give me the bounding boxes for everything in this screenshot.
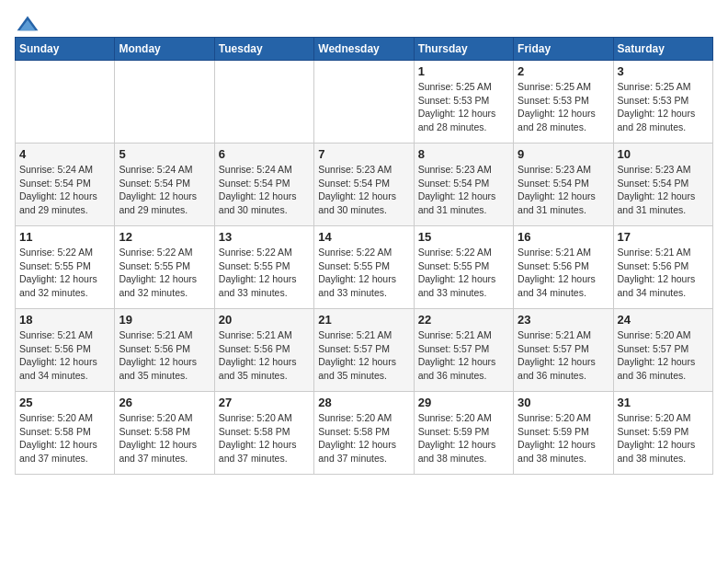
day-number: 19 — [119, 313, 210, 327]
calendar-cell — [314, 61, 414, 144]
calendar-cell: 27Sunrise: 5:20 AM Sunset: 5:58 PM Dayli… — [214, 392, 313, 475]
day-number: 5 — [119, 147, 210, 161]
day-info: Sunrise: 5:24 AM Sunset: 5:54 PM Dayligh… — [19, 163, 110, 217]
day-info: Sunrise: 5:22 AM Sunset: 5:55 PM Dayligh… — [418, 246, 509, 300]
day-header-tuesday: Tuesday — [214, 38, 313, 61]
calendar-week-row: 11Sunrise: 5:22 AM Sunset: 5:55 PM Dayli… — [16, 226, 713, 309]
day-info: Sunrise: 5:23 AM Sunset: 5:54 PM Dayligh… — [618, 163, 709, 217]
day-info: Sunrise: 5:25 AM Sunset: 5:53 PM Dayligh… — [618, 80, 709, 134]
day-info: Sunrise: 5:24 AM Sunset: 5:54 PM Dayligh… — [219, 163, 310, 217]
page-header — [15, 15, 713, 33]
calendar-cell: 16Sunrise: 5:21 AM Sunset: 5:56 PM Dayli… — [514, 226, 613, 309]
day-number: 17 — [618, 230, 709, 244]
day-number: 14 — [318, 230, 409, 244]
calendar-cell: 3Sunrise: 5:25 AM Sunset: 5:53 PM Daylig… — [613, 61, 712, 144]
calendar-table: SundayMondayTuesdayWednesdayThursdayFrid… — [15, 37, 713, 475]
day-info: Sunrise: 5:20 AM Sunset: 5:57 PM Dayligh… — [618, 328, 709, 383]
day-info: Sunrise: 5:21 AM Sunset: 5:57 PM Dayligh… — [418, 328, 509, 383]
day-info: Sunrise: 5:20 AM Sunset: 5:58 PM Dayligh… — [318, 411, 409, 465]
day-info: Sunrise: 5:20 AM Sunset: 5:58 PM Dayligh… — [19, 411, 110, 465]
day-number: 22 — [418, 313, 509, 327]
day-number: 25 — [19, 396, 110, 409]
calendar-cell: 9Sunrise: 5:23 AM Sunset: 5:54 PM Daylig… — [514, 144, 613, 226]
day-info: Sunrise: 5:21 AM Sunset: 5:56 PM Dayligh… — [19, 328, 110, 383]
day-info: Sunrise: 5:22 AM Sunset: 5:55 PM Dayligh… — [19, 246, 110, 300]
day-info: Sunrise: 5:21 AM Sunset: 5:56 PM Dayligh… — [518, 246, 609, 300]
day-number: 9 — [518, 147, 609, 161]
calendar-cell: 2Sunrise: 5:25 AM Sunset: 5:53 PM Daylig… — [514, 61, 613, 144]
calendar-cell: 6Sunrise: 5:24 AM Sunset: 5:54 PM Daylig… — [214, 144, 313, 226]
day-header-friday: Friday — [514, 38, 613, 61]
day-number: 26 — [119, 396, 210, 409]
day-number: 6 — [219, 147, 310, 161]
calendar-cell: 8Sunrise: 5:23 AM Sunset: 5:54 PM Daylig… — [414, 144, 513, 226]
day-number: 18 — [19, 313, 110, 327]
calendar-cell: 25Sunrise: 5:20 AM Sunset: 5:58 PM Dayli… — [16, 392, 115, 475]
day-number: 7 — [318, 147, 409, 161]
day-info: Sunrise: 5:23 AM Sunset: 5:54 PM Dayligh… — [418, 163, 509, 217]
calendar-cell: 21Sunrise: 5:21 AM Sunset: 5:57 PM Dayli… — [314, 309, 414, 392]
calendar-cell: 1Sunrise: 5:25 AM Sunset: 5:53 PM Daylig… — [414, 61, 513, 144]
day-number: 4 — [19, 147, 110, 161]
day-number: 31 — [618, 396, 709, 409]
day-info: Sunrise: 5:20 AM Sunset: 5:59 PM Dayligh… — [518, 411, 609, 465]
calendar-cell: 13Sunrise: 5:22 AM Sunset: 5:55 PM Dayli… — [214, 226, 313, 309]
calendar-cell: 18Sunrise: 5:21 AM Sunset: 5:56 PM Dayli… — [16, 309, 115, 392]
calendar-cell: 30Sunrise: 5:20 AM Sunset: 5:59 PM Dayli… — [514, 392, 613, 475]
day-header-thursday: Thursday — [414, 38, 513, 61]
day-number: 16 — [518, 230, 609, 244]
day-number: 1 — [418, 64, 509, 78]
day-info: Sunrise: 5:21 AM Sunset: 5:57 PM Dayligh… — [318, 328, 409, 383]
calendar-cell: 23Sunrise: 5:21 AM Sunset: 5:57 PM Dayli… — [514, 309, 613, 392]
day-number: 29 — [418, 396, 509, 409]
day-info: Sunrise: 5:20 AM Sunset: 5:59 PM Dayligh… — [418, 411, 509, 465]
calendar-week-row: 1Sunrise: 5:25 AM Sunset: 5:53 PM Daylig… — [16, 61, 713, 144]
day-info: Sunrise: 5:25 AM Sunset: 5:53 PM Dayligh… — [518, 80, 609, 134]
calendar-cell: 22Sunrise: 5:21 AM Sunset: 5:57 PM Dayli… — [414, 309, 513, 392]
day-info: Sunrise: 5:22 AM Sunset: 5:55 PM Dayligh… — [219, 246, 310, 300]
day-number: 8 — [418, 147, 509, 161]
calendar-header-row: SundayMondayTuesdayWednesdayThursdayFrid… — [16, 38, 713, 61]
calendar-cell: 26Sunrise: 5:20 AM Sunset: 5:58 PM Dayli… — [115, 392, 214, 475]
calendar-cell: 31Sunrise: 5:20 AM Sunset: 5:59 PM Dayli… — [613, 392, 712, 475]
calendar-cell: 29Sunrise: 5:20 AM Sunset: 5:59 PM Dayli… — [414, 392, 513, 475]
logo-icon — [15, 15, 40, 33]
day-info: Sunrise: 5:21 AM Sunset: 5:56 PM Dayligh… — [618, 246, 709, 300]
day-info: Sunrise: 5:23 AM Sunset: 5:54 PM Dayligh… — [318, 163, 409, 217]
calendar-cell: 28Sunrise: 5:20 AM Sunset: 5:58 PM Dayli… — [314, 392, 414, 475]
day-number: 13 — [219, 230, 310, 244]
day-header-wednesday: Wednesday — [314, 38, 414, 61]
day-number: 27 — [219, 396, 310, 409]
day-info: Sunrise: 5:20 AM Sunset: 5:58 PM Dayligh… — [219, 411, 310, 465]
day-number: 21 — [318, 313, 409, 327]
calendar-cell: 19Sunrise: 5:21 AM Sunset: 5:56 PM Dayli… — [115, 309, 214, 392]
day-number: 10 — [618, 147, 709, 161]
calendar-cell: 20Sunrise: 5:21 AM Sunset: 5:56 PM Dayli… — [214, 309, 313, 392]
day-number: 2 — [518, 64, 609, 78]
day-info: Sunrise: 5:21 AM Sunset: 5:56 PM Dayligh… — [119, 328, 210, 383]
calendar-cell: 4Sunrise: 5:24 AM Sunset: 5:54 PM Daylig… — [16, 144, 115, 226]
calendar-cell: 15Sunrise: 5:22 AM Sunset: 5:55 PM Dayli… — [414, 226, 513, 309]
day-number: 15 — [418, 230, 509, 244]
day-number: 3 — [618, 64, 709, 78]
day-info: Sunrise: 5:25 AM Sunset: 5:53 PM Dayligh… — [418, 80, 509, 134]
day-info: Sunrise: 5:23 AM Sunset: 5:54 PM Dayligh… — [518, 163, 609, 217]
calendar-cell: 7Sunrise: 5:23 AM Sunset: 5:54 PM Daylig… — [314, 144, 414, 226]
calendar-cell — [16, 61, 115, 144]
calendar-cell: 24Sunrise: 5:20 AM Sunset: 5:57 PM Dayli… — [613, 309, 712, 392]
calendar-week-row: 4Sunrise: 5:24 AM Sunset: 5:54 PM Daylig… — [16, 144, 713, 226]
day-info: Sunrise: 5:22 AM Sunset: 5:55 PM Dayligh… — [318, 246, 409, 300]
day-number: 28 — [318, 396, 409, 409]
day-info: Sunrise: 5:22 AM Sunset: 5:55 PM Dayligh… — [119, 246, 210, 300]
calendar-cell: 5Sunrise: 5:24 AM Sunset: 5:54 PM Daylig… — [115, 144, 214, 226]
day-header-saturday: Saturday — [613, 38, 712, 61]
calendar-cell: 17Sunrise: 5:21 AM Sunset: 5:56 PM Dayli… — [613, 226, 712, 309]
day-info: Sunrise: 5:21 AM Sunset: 5:57 PM Dayligh… — [518, 328, 609, 383]
day-header-sunday: Sunday — [16, 38, 115, 61]
day-number: 30 — [518, 396, 609, 409]
day-number: 12 — [119, 230, 210, 244]
calendar-cell: 12Sunrise: 5:22 AM Sunset: 5:55 PM Dayli… — [115, 226, 214, 309]
calendar-week-row: 18Sunrise: 5:21 AM Sunset: 5:56 PM Dayli… — [16, 309, 713, 392]
calendar-cell: 11Sunrise: 5:22 AM Sunset: 5:55 PM Dayli… — [16, 226, 115, 309]
day-info: Sunrise: 5:24 AM Sunset: 5:54 PM Dayligh… — [119, 163, 210, 217]
